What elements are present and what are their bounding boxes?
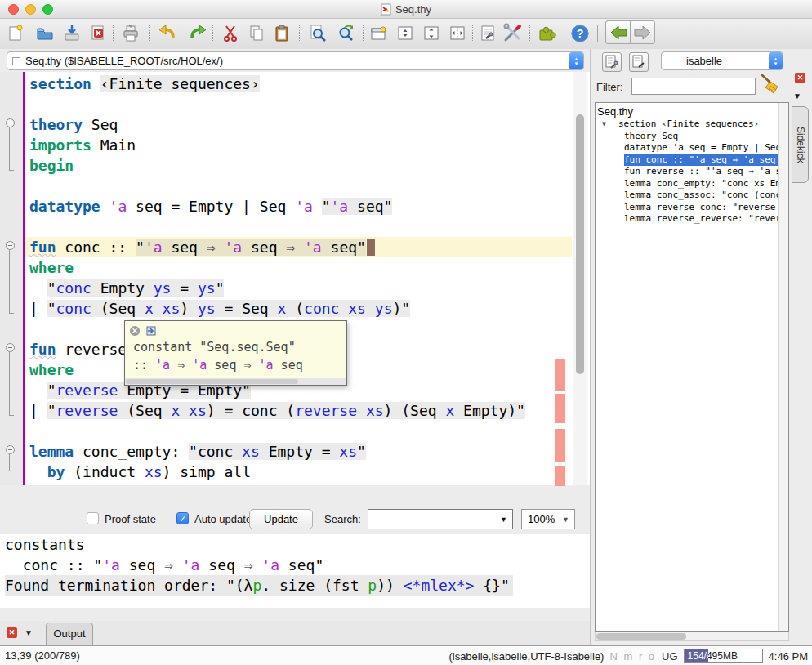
close-window-icon[interactable]	[8, 4, 19, 15]
code-token: ys	[198, 300, 216, 317]
sidekick-properties-button[interactable]	[629, 52, 649, 72]
expand-arrow-icon[interactable]: ▼	[602, 118, 606, 131]
tree-item[interactable]: theory Seq	[596, 131, 779, 143]
tree-hscrollbar-thumb[interactable]	[596, 633, 686, 640]
tree-item[interactable]: Seq.thy	[596, 105, 779, 118]
tooltip-close-icon[interactable]: ✕	[130, 326, 140, 336]
new-view-button[interactable]	[366, 21, 390, 46]
minimize-window-icon[interactable]	[25, 4, 36, 15]
dockable-menu-arrow-icon[interactable]: ▼	[793, 91, 801, 100]
proof-state-checkbox[interactable]	[87, 512, 99, 524]
auto-update-checkbox[interactable]: ✓	[176, 512, 189, 524]
code-token: ys	[375, 300, 393, 317]
undo-button[interactable]	[155, 21, 180, 46]
sidekick-tab[interactable]: Sidekick	[792, 106, 809, 183]
buffer-switcher-stepper[interactable]: ▲▼	[569, 52, 583, 69]
global-options-button[interactable]	[500, 21, 524, 46]
memory-gauge[interactable]: 154/495MB 154/495MB	[684, 649, 763, 663]
buffer-flags-off[interactable]: N m r o	[609, 650, 656, 663]
clear-filter-broom-icon[interactable]	[757, 70, 785, 98]
split-horizontal-icon	[422, 24, 441, 43]
fold-marker[interactable]	[6, 445, 15, 454]
forward-button[interactable]	[630, 20, 655, 44]
redo-button[interactable]	[185, 21, 210, 46]
tooltip-scrollbar[interactable]	[125, 378, 346, 385]
filter-label: Filter:	[596, 81, 623, 93]
split-horizontal-button[interactable]	[419, 21, 444, 46]
sidekick-mode-stepper[interactable]: ▲▼	[769, 52, 783, 69]
filter-input[interactable]	[631, 78, 756, 95]
fold-marker[interactable]	[6, 241, 15, 250]
output-zoom-combo[interactable]: 100% ▼	[521, 509, 575, 529]
output-tab-row: ✕ ▼ Output	[0, 621, 590, 645]
editor-gutter[interactable]	[0, 72, 23, 485]
save-icon	[62, 24, 82, 43]
code-token: begin	[29, 157, 74, 174]
sidekick-parse-button[interactable]	[602, 52, 622, 72]
split-vertical-button[interactable]	[445, 21, 470, 46]
code-token: 'a	[259, 358, 274, 373]
tree-vscrollbar[interactable]	[778, 103, 788, 631]
toolbar: ?	[0, 19, 812, 49]
buffer-options-button[interactable]	[475, 21, 500, 46]
fold-marker[interactable]	[6, 118, 15, 127]
close-dockable-button[interactable]: ✕	[795, 73, 805, 83]
open-file-button[interactable]	[33, 21, 57, 46]
help-button[interactable]: ?	[568, 21, 592, 46]
fold-marker[interactable]	[6, 343, 15, 352]
incremental-find-button[interactable]	[333, 21, 358, 46]
editor-vscrollbar-thumb[interactable]	[576, 114, 584, 374]
tree-item[interactable]: fun conc :: "'a seq ⇒ 'a seq ⇒ 'a seq	[596, 154, 779, 167]
output-menu-arrow-icon[interactable]: ▼	[25, 628, 33, 637]
new-file-button[interactable]	[3, 21, 28, 46]
output-line: Found termination order: "(λp. size (fst…	[0, 575, 590, 596]
code-token: conc_empty:	[74, 443, 189, 460]
tree-item[interactable]: ▼section ‹Finite sequences›	[596, 118, 779, 131]
update-button[interactable]: Update	[249, 509, 313, 529]
tree-item[interactable]: lemma conc_assoc: "conc (conc xs ys) zs	[596, 190, 779, 202]
output-tab[interactable]: Output	[46, 623, 93, 645]
close-buffer-button[interactable]	[86, 21, 110, 46]
find-button[interactable]	[306, 21, 330, 46]
sidekick-mode-selector[interactable]: isabelle ▲▼	[661, 51, 783, 70]
toolbar-separator	[564, 25, 564, 42]
code-line: section ‹Finite sequences›	[25, 74, 572, 94]
code-token: = Seq	[216, 300, 278, 317]
code-token	[170, 358, 177, 373]
code-token: constants	[5, 536, 85, 553]
tooltip-line: constant "Seq.seq.Seq"	[125, 338, 346, 356]
tooltip-detach-icon[interactable]	[145, 325, 157, 337]
plugin-manager-button[interactable]	[535, 21, 560, 46]
search-again-icon	[336, 24, 355, 43]
editor[interactable]: section ‹Finite sequences›theory Seqimpo…	[0, 72, 590, 485]
cut-button[interactable]	[218, 21, 243, 46]
combo-arrow-icon: ▼	[562, 515, 574, 524]
output-search-combo[interactable]: ▼	[368, 509, 513, 529]
save-file-button[interactable]	[60, 21, 84, 46]
close-output-button[interactable]: ✕	[7, 627, 17, 638]
copy-button[interactable]	[244, 21, 269, 46]
buffer-switcher[interactable]: Seq.thy ($ISABELLE_ROOT/src/HOL/ex/) ▲▼	[7, 51, 584, 70]
buffer-flags-on[interactable]: UG	[662, 650, 678, 663]
new-file-icon	[6, 24, 25, 43]
paste-button[interactable]	[270, 21, 294, 46]
tree-item[interactable]: lemma conc_empty: "conc xs Empty = xs"	[596, 178, 779, 190]
back-button[interactable]	[605, 20, 631, 44]
editor-text[interactable]: section ‹Finite sequences›theory Seqimpo…	[25, 74, 572, 484]
tree-item[interactable]: lemma reverse_conc: "reverse (conc xs y	[596, 202, 779, 214]
zoom-window-icon[interactable]	[42, 4, 53, 15]
titlebar[interactable]: Seq.thy	[0, 0, 812, 19]
tree-item[interactable]: datatype 'a seq = Empty | Seq 'a "'a se	[596, 142, 779, 154]
tree-item[interactable]: lemma reverse_reverse: "reverse (revers	[596, 213, 779, 225]
print-button[interactable]	[118, 21, 143, 46]
fold-line	[9, 249, 10, 313]
code-token: ⇒	[244, 556, 253, 574]
unsplit-button[interactable]	[393, 21, 417, 46]
editor-vscrollbar[interactable]	[573, 72, 587, 485]
code-token: x	[171, 402, 180, 419]
tree-hscrollbar[interactable]	[595, 632, 789, 641]
code-token: "	[47, 402, 56, 419]
tree-item[interactable]: fun reverse :: "'a seq ⇒ 'a seq"	[596, 166, 779, 178]
output-text[interactable]: constants conc :: "'a seq ⇒ 'a seq ⇒ 'a …	[0, 534, 590, 608]
code-token: p	[252, 577, 261, 594]
